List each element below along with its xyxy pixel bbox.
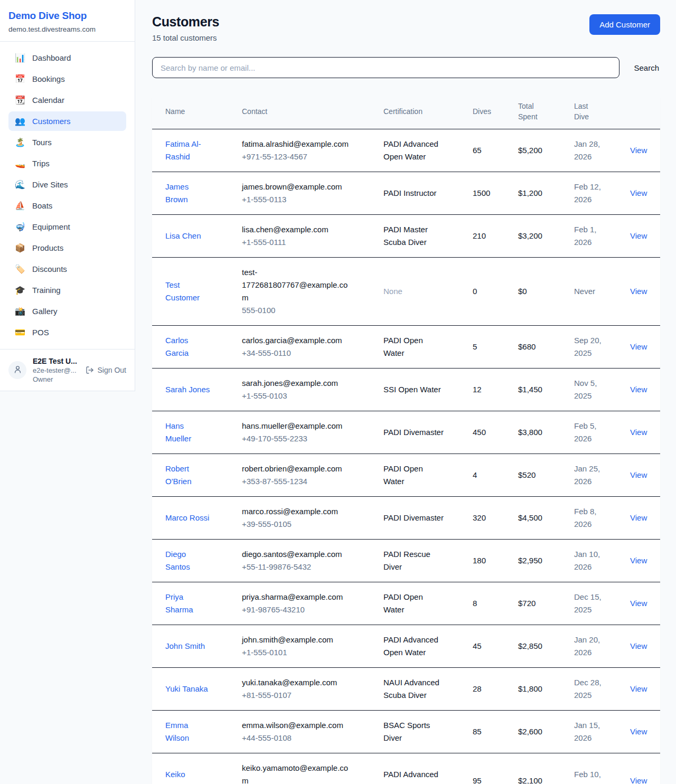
customer-last-dive: Jan 15, 2026 [574, 719, 608, 744]
user-avatar [8, 361, 26, 379]
customer-email: john.smith@example.com [242, 634, 350, 646]
view-customer-link[interactable]: View [630, 428, 647, 437]
customer-name-link[interactable]: Diego Santos [165, 548, 211, 573]
view-customer-link[interactable]: View [630, 776, 647, 784]
view-customer-link[interactable]: View [630, 385, 647, 394]
customer-name-link[interactable]: Carlos Garcia [165, 334, 211, 360]
customer-email: hans.mueller@example.com [242, 420, 350, 432]
customer-total-spent: $2,600 [518, 711, 574, 753]
calendar-icon: 📆 [15, 95, 25, 105]
customer-dives: 95 [473, 753, 518, 784]
customer-certification: PADI Instructor [383, 187, 446, 200]
table-row: Hans Mueller hans.mueller@example.com +4… [152, 411, 660, 454]
customer-dives: 0 [473, 258, 518, 326]
sidebar-item-bookings[interactable]: 📅 Bookings [8, 69, 126, 89]
sidebar-item-boats[interactable]: ⛵ Boats [8, 196, 126, 215]
column-header [630, 93, 660, 129]
view-customer-link[interactable]: View [630, 342, 647, 351]
customer-name-link[interactable]: Marco Rossi [165, 512, 209, 524]
customer-total-spent: $0 [518, 258, 574, 326]
customer-last-dive: Never [574, 285, 608, 298]
customer-last-dive: Jan 25, 2026 [574, 462, 608, 488]
page-title: Customers [152, 14, 219, 30]
sidebar-item-label: Trips [32, 159, 50, 168]
app-root: Demo Dive Shop demo.test.divestreams.com… [0, 0, 676, 784]
customer-email: keiko.yamamoto@example.com [242, 762, 350, 784]
customer-certification: PADI Advanced Open Water [383, 138, 446, 163]
customer-last-dive: Feb 5, 2026 [574, 420, 608, 445]
customer-name-link[interactable]: Lisa Chen [165, 230, 201, 242]
sidebar-item-gallery[interactable]: 📸 Gallery [8, 301, 126, 321]
sidebar-item-equipment[interactable]: 🤿 Equipment [8, 217, 126, 237]
customer-email: yuki.tanaka@example.com [242, 676, 350, 689]
customer-email: test-1772681807767@example.com [242, 266, 350, 304]
customer-name-link[interactable]: Test Customer [165, 279, 211, 304]
customer-certification: NAUI Advanced Scuba Diver [383, 676, 446, 702]
customer-total-spent: $5,200 [518, 129, 574, 172]
customer-email: sarah.jones@example.com [242, 377, 350, 390]
sidebar-item-pos[interactable]: 💳 POS [8, 323, 126, 342]
view-customer-link[interactable]: View [630, 556, 647, 565]
view-customer-link[interactable]: View [630, 513, 647, 522]
customer-name-link[interactable]: Yuki Tanaka [165, 683, 208, 695]
customer-dives: 85 [473, 711, 518, 753]
table-row: Test Customer test-1772681807767@example… [152, 258, 660, 326]
person-icon [13, 365, 22, 376]
view-customer-link[interactable]: View [630, 727, 647, 736]
customer-dives: 65 [473, 129, 518, 172]
sidebar-item-dive-sites[interactable]: 🌊 Dive Sites [8, 175, 126, 194]
user-email: e2e-tester@... [33, 366, 79, 375]
view-customer-link[interactable]: View [630, 684, 647, 693]
customer-certification: PADI Master Scuba Diver [383, 223, 446, 249]
search-button[interactable]: Search [633, 61, 660, 74]
column-header: Certification [383, 93, 473, 129]
customer-certification: BSAC Sports Diver [383, 719, 446, 744]
view-customer-link[interactable]: View [630, 470, 647, 479]
main-content: Customers 15 total customers Add Custome… [135, 0, 676, 784]
dashboard-icon: 📊 [15, 53, 25, 63]
view-customer-link[interactable]: View [630, 287, 647, 296]
customer-last-dive: Jan 28, 2026 [574, 138, 608, 163]
customer-total-spent: $2,100 [518, 753, 574, 784]
add-customer-button[interactable]: Add Customer [589, 14, 660, 35]
sidebar-item-products[interactable]: 📦 Products [8, 238, 126, 258]
view-customer-link[interactable]: View [630, 146, 647, 155]
customer-phone: +971-55-123-4567 [242, 150, 371, 163]
customer-name-link[interactable]: Priya Sharma [165, 591, 211, 616]
sidebar-item-tours[interactable]: 🏝️ Tours [8, 133, 126, 152]
sidebar-item-label: Dashboard [32, 53, 71, 62]
search-input[interactable] [152, 57, 619, 78]
table-row: Fatima Al-Rashid fatima.alrashid@example… [152, 129, 660, 172]
sign-out-button[interactable]: Sign Out [86, 366, 126, 374]
view-customer-link[interactable]: View [630, 231, 647, 240]
table-row: Diego Santos diego.santos@example.com +5… [152, 540, 660, 582]
customer-name-link[interactable]: Fatima Al-Rashid [165, 138, 211, 163]
customer-email: emma.wilson@example.com [242, 719, 350, 732]
sidebar-item-calendar[interactable]: 📆 Calendar [8, 90, 126, 110]
customer-last-dive: Dec 28, 2025 [574, 676, 608, 702]
boats-icon: ⛵ [15, 201, 25, 211]
customer-name-link[interactable]: James Brown [165, 181, 211, 206]
sidebar-item-customers[interactable]: 👥 Customers [8, 111, 126, 131]
customer-last-dive: Nov 5, 2025 [574, 377, 608, 402]
sidebar-item-dashboard[interactable]: 📊 Dashboard [8, 48, 126, 68]
customer-phone: +39-555-0105 [242, 518, 371, 531]
sidebar-item-training[interactable]: 🎓 Training [8, 280, 126, 300]
customer-name-link[interactable]: Robert O'Brien [165, 462, 211, 488]
view-customer-link[interactable]: View [630, 641, 647, 650]
customer-name-link[interactable]: John Smith [165, 640, 205, 653]
customer-name-link[interactable]: Hans Mueller [165, 420, 211, 445]
customer-name-link[interactable]: Emma Wilson [165, 719, 211, 744]
sidebar-item-trips[interactable]: 🚤 Trips [8, 154, 126, 173]
customer-total-spent: $1,800 [518, 668, 574, 711]
view-customer-link[interactable]: View [630, 188, 647, 197]
customer-name-link[interactable]: Sarah Jones [165, 383, 210, 396]
customer-name-link[interactable]: Keiko Yamamoto [165, 768, 211, 784]
column-header: Last Dive [574, 93, 630, 129]
customer-phone: +91-98765-43210 [242, 603, 371, 616]
customer-dives: 1500 [473, 172, 518, 215]
sidebar-item-discounts[interactable]: 🏷️ Discounts [8, 259, 126, 279]
user-info: E2E Test U... e2e-tester@... Owner [33, 356, 79, 384]
table-row: Emma Wilson emma.wilson@example.com +44-… [152, 711, 660, 753]
view-customer-link[interactable]: View [630, 599, 647, 608]
